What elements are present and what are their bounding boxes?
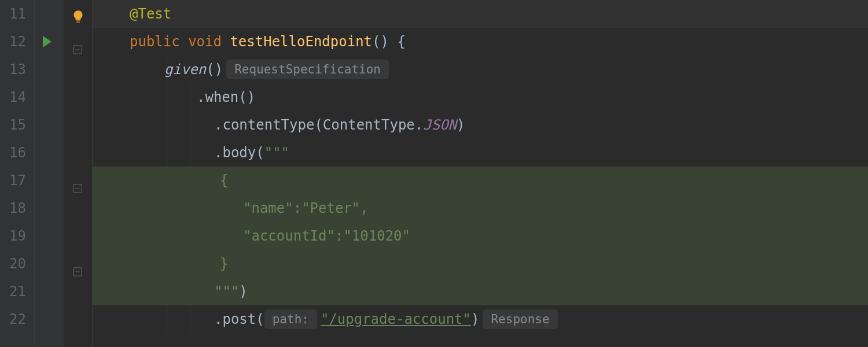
method-name: testHelloEndpoint <box>230 28 372 56</box>
line-number[interactable]: 14 <box>0 83 26 111</box>
line-number[interactable]: 21 <box>0 278 26 305</box>
json-key: "accountId" <box>243 222 335 250</box>
code-text: ) <box>471 305 479 333</box>
line-number-gutter[interactable]: 11 12 13 14 15 16 17 18 19 20 21 22 <box>0 0 35 347</box>
code-area[interactable]: @Test public void testHelloEndpoint () {… <box>93 0 868 347</box>
lightbulb-icon[interactable] <box>71 6 86 34</box>
inlay-hint: path: <box>264 309 317 329</box>
json-key: "name" <box>243 194 293 222</box>
code-line[interactable]: .body(""" <box>93 139 868 167</box>
method-call: .when() <box>197 83 255 111</box>
run-icon-gutter <box>35 0 64 347</box>
method-call: given <box>164 56 206 83</box>
line-number[interactable]: 17 <box>0 167 26 194</box>
line-number[interactable]: 18 <box>0 194 26 222</box>
code-line[interactable]: { <box>93 167 868 194</box>
code-line[interactable]: given () RequestSpecification <box>93 56 868 83</box>
json-value: "Peter" <box>301 194 360 222</box>
keyword: void <box>188 28 222 56</box>
code-line[interactable]: .when() <box>93 83 868 111</box>
line-number[interactable]: 12 <box>0 28 26 56</box>
run-test-icon[interactable] <box>43 36 52 47</box>
code-text: .body( <box>214 139 264 167</box>
code-text: ) <box>457 111 465 139</box>
code-line[interactable]: """) <box>93 278 868 305</box>
code-text: () <box>206 56 223 83</box>
line-number[interactable]: 15 <box>0 111 26 139</box>
inlay-hint: Response <box>483 309 557 329</box>
line-number[interactable]: 16 <box>0 139 26 167</box>
code-text: .contentType(ContentType. <box>214 111 423 139</box>
line-number[interactable]: 11 <box>0 0 26 28</box>
string-literal: { <box>220 167 228 194</box>
string-literal: } <box>220 250 228 278</box>
line-number[interactable]: 13 <box>0 56 26 83</box>
string-literal: "/upgrade-account" <box>321 305 471 333</box>
code-text: () { <box>372 28 406 56</box>
json-value: "101020" <box>343 222 410 250</box>
line-number[interactable]: 19 <box>0 222 26 250</box>
code-line[interactable]: "name": "Peter", <box>93 194 868 222</box>
fold-toggle-icon[interactable] <box>72 175 83 186</box>
code-line[interactable]: } <box>93 250 868 278</box>
code-line[interactable]: public void testHelloEndpoint () { <box>93 28 868 56</box>
inlay-hint: RequestSpecification <box>226 60 389 79</box>
code-line[interactable]: @Test <box>93 0 868 28</box>
code-line[interactable]: .post( path: "/upgrade-account") Respons… <box>93 305 868 333</box>
code-editor[interactable]: 11 12 13 14 15 16 17 18 19 20 21 22 <box>0 0 868 347</box>
string-literal: """ <box>214 278 239 305</box>
code-line[interactable]: "accountId": "101020" <box>93 222 868 250</box>
keyword: public <box>130 28 180 56</box>
fold-toggle-icon[interactable] <box>72 36 83 47</box>
fold-close-icon[interactable] <box>72 259 83 269</box>
line-number[interactable]: 22 <box>0 305 26 333</box>
string-literal: """ <box>264 139 289 167</box>
annotation: @Test <box>130 0 171 28</box>
code-text: .post( <box>214 305 264 333</box>
fold-gutter <box>64 0 93 347</box>
code-line[interactable]: .contentType(ContentType.JSON) <box>93 111 868 139</box>
constant: JSON <box>423 111 457 139</box>
line-number[interactable]: 20 <box>0 250 26 278</box>
